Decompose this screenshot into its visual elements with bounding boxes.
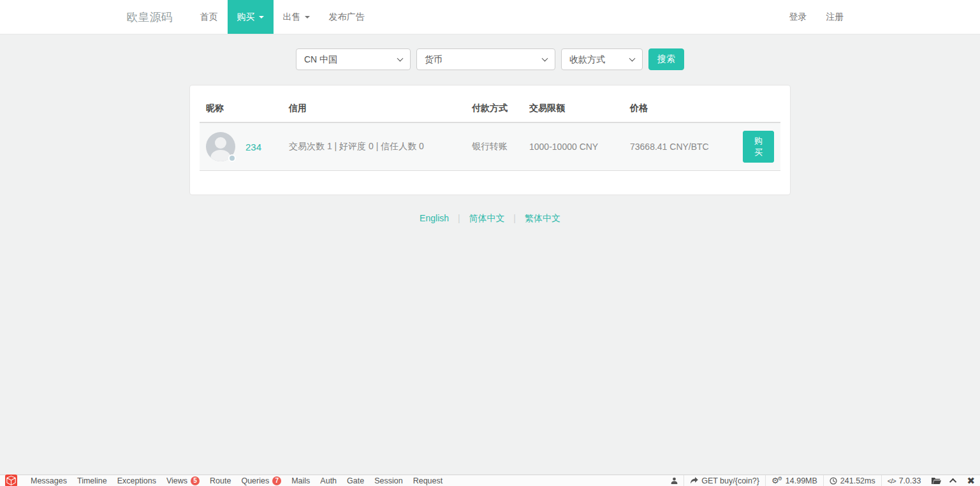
separator: | (458, 213, 460, 223)
user-icon (671, 477, 678, 484)
payment-select-wrap: 收款方式 (561, 48, 643, 70)
currency-select[interactable]: 货币 (416, 48, 555, 70)
route-text: GET buy/{coin?} (701, 476, 759, 485)
minimize-button[interactable] (946, 475, 962, 486)
payment-method: 银行转账 (465, 122, 523, 171)
memory-text: 14.99MB (786, 476, 817, 485)
laravel-debugbar: Messages Timeline Exceptions Views5 Rout… (0, 475, 980, 486)
auth-nav: 登录 注册 (780, 0, 854, 34)
debugbar-tabs: Messages Timeline Exceptions Views5 Rout… (26, 475, 448, 486)
tab-gate[interactable]: Gate (342, 475, 369, 486)
code-icon: </> (888, 477, 896, 485)
status-indicator (228, 154, 236, 162)
nav-item-label: 首页 (200, 11, 218, 23)
language-switcher: English | 简体中文 | 繁体中文 (0, 213, 980, 225)
buy-button[interactable]: 购买 (743, 131, 774, 163)
queries-count-badge: 7 (272, 476, 281, 485)
table-row: 234 交易次数 1 | 好评度 0 | 信任人数 0 银行转账 1000-10… (200, 122, 780, 171)
nav-item-buy[interactable]: 购买 (228, 0, 274, 34)
tab-views[interactable]: Views5 (161, 475, 205, 486)
gears-icon: ⚙⚙ (772, 476, 782, 485)
separator: | (513, 213, 516, 223)
tab-request[interactable]: Request (408, 475, 448, 486)
brand-logo[interactable]: 欧皇源码 (127, 0, 173, 34)
auth-status[interactable] (665, 475, 684, 486)
header-payment: 付款方式 (465, 95, 523, 122)
laravel-logo-icon (5, 475, 17, 486)
chevron-up-icon (949, 478, 956, 485)
tab-session[interactable]: Session (369, 475, 407, 486)
offers-card: 昵称 信用 付款方式 交易限额 价格 (189, 85, 791, 195)
open-folder-button[interactable] (926, 475, 946, 486)
lang-link-english[interactable]: English (420, 213, 449, 223)
price-value: 73668.41 CNY/BTC (624, 122, 735, 171)
close-icon: ✖ (967, 476, 975, 485)
header-nickname: 昵称 (200, 95, 282, 122)
table-header-row: 昵称 信用 付款方式 交易限额 价格 (200, 95, 780, 122)
debugbar-status: GET buy/{coin?} ⚙⚙ 14.99MB 241.52ms </> … (665, 475, 980, 486)
tab-auth[interactable]: Auth (315, 475, 342, 486)
caret-down-icon (259, 16, 264, 18)
nav-item-post-ad[interactable]: 发布广告 (319, 0, 374, 34)
header-price: 价格 (624, 95, 735, 122)
currency-select-wrap: 货币 (416, 48, 555, 70)
tab-mails[interactable]: Mails (286, 475, 315, 486)
header-action (735, 95, 780, 122)
filter-bar: CN 中国 货币 收款方式 搜索 (0, 48, 980, 70)
login-label: 登录 (789, 11, 807, 23)
views-count-badge: 5 (191, 476, 200, 485)
lang-link-traditional-chinese[interactable]: 繁体中文 (525, 213, 560, 223)
version-status[interactable]: </> 7.0.33 (881, 475, 927, 486)
nav-item-label: 发布广告 (329, 11, 365, 23)
time-text: 241.52ms (840, 476, 875, 485)
lang-link-simplified-chinese[interactable]: 简体中文 (469, 213, 504, 223)
time-status[interactable]: 241.52ms (823, 475, 881, 486)
tab-exceptions[interactable]: Exceptions (112, 475, 161, 486)
top-navbar: 欧皇源码 首页 购买 出售 发布广告 登录 注册 (0, 0, 980, 34)
trader-nickname-link[interactable]: 234 (245, 142, 261, 152)
nav-item-label: 购买 (237, 11, 255, 23)
search-button[interactable]: 搜索 (648, 48, 684, 70)
nav-item-home[interactable]: 首页 (191, 0, 228, 34)
payment-method-select[interactable]: 收款方式 (561, 48, 643, 70)
caret-down-icon (305, 16, 310, 18)
nav-item-label: 出售 (283, 11, 301, 23)
folder-icon (932, 477, 941, 485)
country-select-wrap: CN 中国 (296, 48, 411, 70)
version-text: 7.0.33 (899, 476, 921, 485)
nav-item-register[interactable]: 注册 (817, 0, 854, 34)
close-debugbar-button[interactable]: ✖ (962, 475, 980, 486)
tab-messages[interactable]: Messages (26, 475, 72, 486)
tab-timeline[interactable]: Timeline (72, 475, 112, 486)
main-nav: 首页 购买 出售 发布广告 (191, 0, 374, 34)
trade-limit: 1000-10000 CNY (523, 122, 624, 171)
clock-icon (830, 477, 837, 485)
avatar[interactable] (206, 132, 235, 161)
header-limit: 交易限额 (523, 95, 624, 122)
offers-table: 昵称 信用 付款方式 交易限额 价格 (200, 95, 780, 171)
share-arrow-icon (690, 477, 698, 484)
register-label: 注册 (826, 11, 844, 23)
memory-status[interactable]: ⚙⚙ 14.99MB (765, 475, 823, 486)
credit-info: 交易次数 1 | 好评度 0 | 信任人数 0 (282, 122, 465, 171)
nav-item-login[interactable]: 登录 (780, 0, 817, 34)
country-select[interactable]: CN 中国 (296, 48, 411, 70)
header-credit: 信用 (282, 95, 465, 122)
tab-queries[interactable]: Queries7 (236, 475, 286, 486)
nav-item-sell[interactable]: 出售 (274, 0, 319, 34)
route-status[interactable]: GET buy/{coin?} (684, 475, 765, 486)
tab-route[interactable]: Route (205, 475, 236, 486)
